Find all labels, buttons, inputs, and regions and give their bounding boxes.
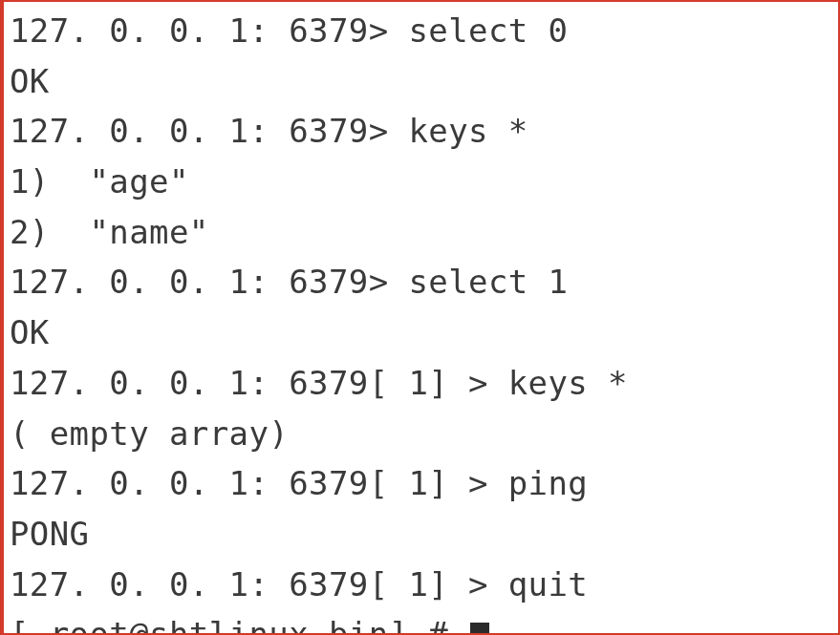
command-text: ping bbox=[508, 464, 588, 502]
redis-prompt: 127. 0. 0. 1: 6379> bbox=[10, 263, 408, 301]
command-text: select 0 bbox=[408, 11, 568, 50]
redis-prompt: 127. 0. 0. 1: 6379[ 1] > bbox=[10, 565, 508, 603]
terminal-line: ( empty array) bbox=[10, 409, 832, 459]
terminal-line: PONG bbox=[10, 509, 832, 560]
redis-prompt: 127. 0. 0. 1: 6379> bbox=[10, 112, 408, 150]
terminal-line: OK bbox=[10, 56, 832, 107]
command-text: quit bbox=[508, 565, 588, 603]
command-text: keys * bbox=[508, 364, 628, 402]
terminal-line: 2) "name" bbox=[10, 207, 832, 258]
terminal-line: 1) "age" bbox=[10, 157, 832, 207]
terminal-line: 127. 0. 0. 1: 6379> keys * bbox=[10, 106, 832, 157]
response-text: PONG bbox=[10, 515, 89, 553]
terminal-line: OK bbox=[10, 307, 832, 358]
redis-prompt: 127. 0. 0. 1: 6379[ 1] > bbox=[10, 464, 508, 502]
command-text: keys * bbox=[408, 112, 528, 150]
terminal-line: 127. 0. 0. 1: 6379> select 0 bbox=[10, 6, 832, 56]
terminal-line: 127. 0. 0. 1: 6379[ 1] > keys * bbox=[10, 358, 832, 409]
response-text: ( empty array) bbox=[10, 414, 289, 453]
terminal-line: 127. 0. 0. 1: 6379> select 1 bbox=[10, 257, 832, 307]
terminal-line: 127. 0. 0. 1: 6379[ 1] > ping bbox=[10, 458, 832, 509]
shell-prompt: [ root@shtlinux bin] # bbox=[10, 615, 468, 635]
response-text: 2) "name" bbox=[10, 213, 209, 251]
response-text: OK bbox=[10, 313, 50, 351]
terminal-window: 127. 0. 0. 1: 6379> select 0 OK 127. 0. … bbox=[0, 0, 840, 635]
response-text: 1) "age" bbox=[10, 162, 189, 201]
redis-prompt: 127. 0. 0. 1: 6379> bbox=[10, 11, 408, 50]
terminal-line: 127. 0. 0. 1: 6379[ 1] > quit bbox=[10, 560, 832, 610]
terminal-line[interactable]: [ root@shtlinux bin] # bbox=[10, 609, 832, 635]
redis-prompt: 127. 0. 0. 1: 6379[ 1] > bbox=[10, 364, 508, 402]
cursor-icon bbox=[470, 623, 489, 635]
command-text: select 1 bbox=[408, 263, 568, 301]
response-text: OK bbox=[10, 62, 50, 100]
